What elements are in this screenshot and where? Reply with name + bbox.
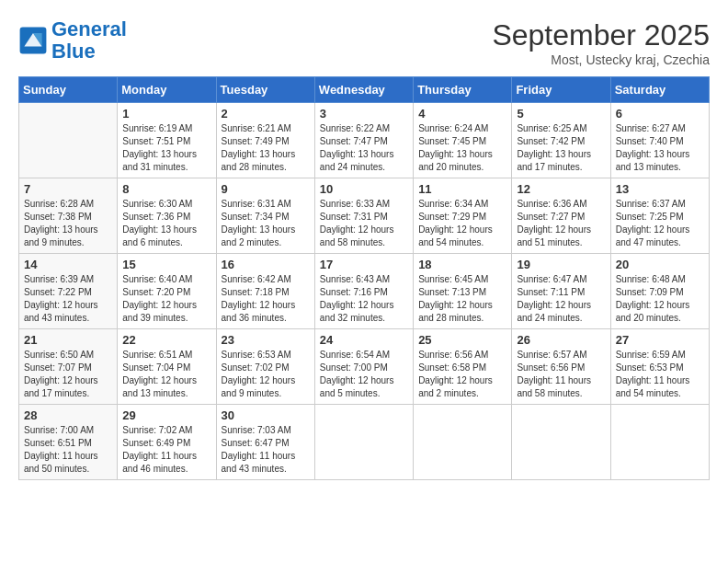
day-info: Sunrise: 6:59 AMSunset: 6:53 PMDaylight:… bbox=[616, 349, 704, 400]
day-number: 6 bbox=[616, 107, 704, 121]
logo-blue: Blue bbox=[51, 40, 96, 63]
day-number: 11 bbox=[418, 182, 506, 196]
calendar-cell bbox=[610, 405, 709, 480]
day-number: 16 bbox=[222, 258, 310, 271]
calendar-cell: 10Sunrise: 6:33 AMSunset: 7:31 PMDayligh… bbox=[314, 178, 413, 254]
day-info: Sunrise: 6:22 AMSunset: 7:47 PMDaylight:… bbox=[320, 122, 408, 174]
logo-general: General bbox=[51, 17, 127, 40]
week-row-1: 7Sunrise: 6:28 AMSunset: 7:38 PMDaylight… bbox=[19, 178, 710, 254]
calendar-cell: 19Sunrise: 6:47 AMSunset: 7:11 PMDayligh… bbox=[512, 254, 610, 329]
day-info: Sunrise: 6:19 AMSunset: 7:51 PMDaylight:… bbox=[122, 122, 210, 174]
day-info: Sunrise: 6:31 AMSunset: 7:34 PMDaylight:… bbox=[222, 198, 310, 249]
calendar-cell: 8Sunrise: 6:30 AMSunset: 7:36 PMDaylight… bbox=[118, 178, 216, 254]
calendar-cell: 3Sunrise: 6:22 AMSunset: 7:47 PMDaylight… bbox=[314, 103, 413, 178]
calendar-cell: 21Sunrise: 6:50 AMSunset: 7:07 PMDayligh… bbox=[19, 329, 118, 405]
day-number: 7 bbox=[24, 182, 112, 196]
day-info: Sunrise: 6:39 AMSunset: 7:22 PMDaylight:… bbox=[24, 273, 112, 325]
calendar-cell: 25Sunrise: 6:56 AMSunset: 6:58 PMDayligh… bbox=[414, 329, 512, 405]
day-number: 12 bbox=[517, 182, 605, 196]
day-number: 30 bbox=[222, 408, 310, 422]
calendar-cell: 29Sunrise: 7:02 AMSunset: 6:49 PMDayligh… bbox=[118, 405, 216, 480]
calendar-cell: 14Sunrise: 6:39 AMSunset: 7:22 PMDayligh… bbox=[19, 254, 118, 329]
week-row-2: 14Sunrise: 6:39 AMSunset: 7:22 PMDayligh… bbox=[19, 254, 710, 329]
location: Most, Ustecky kraj, Czechia bbox=[492, 52, 710, 67]
day-number: 4 bbox=[418, 107, 506, 121]
calendar-cell: 30Sunrise: 7:03 AMSunset: 6:47 PMDayligh… bbox=[216, 405, 314, 480]
calendar-cell: 27Sunrise: 6:59 AMSunset: 6:53 PMDayligh… bbox=[610, 329, 709, 405]
calendar-cell: 28Sunrise: 7:00 AMSunset: 6:51 PMDayligh… bbox=[19, 405, 118, 480]
day-number: 26 bbox=[517, 333, 605, 347]
day-info: Sunrise: 7:00 AMSunset: 6:51 PMDaylight:… bbox=[24, 424, 112, 476]
header-row: SundayMondayTuesdayWednesdayThursdayFrid… bbox=[19, 77, 710, 103]
logo: General Blue bbox=[18, 18, 127, 63]
logo-icon bbox=[18, 26, 48, 55]
header-thursday: Thursday bbox=[414, 77, 512, 103]
calendar-cell: 9Sunrise: 6:31 AMSunset: 7:34 PMDaylight… bbox=[216, 178, 314, 254]
calendar-cell: 16Sunrise: 6:42 AMSunset: 7:18 PMDayligh… bbox=[216, 254, 314, 329]
day-number: 3 bbox=[320, 107, 408, 121]
calendar-cell: 24Sunrise: 6:54 AMSunset: 7:00 PMDayligh… bbox=[314, 329, 413, 405]
day-info: Sunrise: 6:27 AMSunset: 7:40 PMDaylight:… bbox=[616, 122, 704, 174]
day-number: 14 bbox=[24, 258, 112, 271]
calendar-cell: 5Sunrise: 6:25 AMSunset: 7:42 PMDaylight… bbox=[512, 103, 610, 178]
day-info: Sunrise: 6:51 AMSunset: 7:04 PMDaylight:… bbox=[122, 349, 210, 400]
calendar-cell: 23Sunrise: 6:53 AMSunset: 7:02 PMDayligh… bbox=[216, 329, 314, 405]
day-info: Sunrise: 7:03 AMSunset: 6:47 PMDaylight:… bbox=[222, 424, 310, 476]
day-number: 28 bbox=[24, 408, 112, 422]
day-number: 18 bbox=[418, 258, 506, 271]
day-info: Sunrise: 6:53 AMSunset: 7:02 PMDaylight:… bbox=[222, 349, 310, 400]
calendar-cell: 6Sunrise: 6:27 AMSunset: 7:40 PMDaylight… bbox=[610, 103, 709, 178]
day-number: 22 bbox=[122, 333, 210, 347]
day-number: 15 bbox=[122, 258, 210, 271]
calendar-cell: 22Sunrise: 6:51 AMSunset: 7:04 PMDayligh… bbox=[118, 329, 216, 405]
day-number: 23 bbox=[222, 333, 310, 347]
day-info: Sunrise: 6:21 AMSunset: 7:49 PMDaylight:… bbox=[222, 122, 310, 174]
title-block: September 2025 Most, Ustecky kraj, Czech… bbox=[492, 18, 710, 67]
day-info: Sunrise: 6:57 AMSunset: 6:56 PMDaylight:… bbox=[517, 349, 605, 400]
calendar-table: SundayMondayTuesdayWednesdayThursdayFrid… bbox=[18, 76, 710, 480]
calendar-cell: 2Sunrise: 6:21 AMSunset: 7:49 PMDaylight… bbox=[216, 103, 314, 178]
calendar-cell: 11Sunrise: 6:34 AMSunset: 7:29 PMDayligh… bbox=[414, 178, 512, 254]
day-info: Sunrise: 6:24 AMSunset: 7:45 PMDaylight:… bbox=[418, 122, 506, 174]
day-info: Sunrise: 6:43 AMSunset: 7:16 PMDaylight:… bbox=[320, 273, 408, 325]
day-number: 21 bbox=[24, 333, 112, 347]
day-number: 19 bbox=[517, 258, 605, 271]
day-info: Sunrise: 6:42 AMSunset: 7:18 PMDaylight:… bbox=[222, 273, 310, 325]
day-info: Sunrise: 6:48 AMSunset: 7:09 PMDaylight:… bbox=[616, 273, 704, 325]
day-number: 13 bbox=[616, 182, 704, 196]
day-info: Sunrise: 6:50 AMSunset: 7:07 PMDaylight:… bbox=[24, 349, 112, 400]
header-tuesday: Tuesday bbox=[216, 77, 314, 103]
calendar-cell: 12Sunrise: 6:36 AMSunset: 7:27 PMDayligh… bbox=[512, 178, 610, 254]
day-info: Sunrise: 6:34 AMSunset: 7:29 PMDaylight:… bbox=[418, 198, 506, 249]
header-saturday: Saturday bbox=[610, 77, 709, 103]
day-number: 8 bbox=[122, 182, 210, 196]
month-title: September 2025 bbox=[492, 18, 710, 52]
week-row-0: 1Sunrise: 6:19 AMSunset: 7:51 PMDaylight… bbox=[19, 103, 710, 178]
logo-text: General Blue bbox=[51, 18, 127, 63]
calendar-cell: 13Sunrise: 6:37 AMSunset: 7:25 PMDayligh… bbox=[610, 178, 709, 254]
header-wednesday: Wednesday bbox=[314, 77, 413, 103]
day-info: Sunrise: 6:28 AMSunset: 7:38 PMDaylight:… bbox=[24, 198, 112, 249]
day-info: Sunrise: 6:56 AMSunset: 6:58 PMDaylight:… bbox=[418, 349, 506, 400]
day-number: 1 bbox=[122, 107, 210, 121]
day-info: Sunrise: 6:47 AMSunset: 7:11 PMDaylight:… bbox=[517, 273, 605, 325]
week-row-4: 28Sunrise: 7:00 AMSunset: 6:51 PMDayligh… bbox=[19, 405, 710, 480]
day-number: 20 bbox=[616, 258, 704, 271]
calendar-cell: 7Sunrise: 6:28 AMSunset: 7:38 PMDaylight… bbox=[19, 178, 118, 254]
calendar-cell: 17Sunrise: 6:43 AMSunset: 7:16 PMDayligh… bbox=[314, 254, 413, 329]
calendar-cell bbox=[414, 405, 512, 480]
header-sunday: Sunday bbox=[19, 77, 118, 103]
day-info: Sunrise: 6:25 AMSunset: 7:42 PMDaylight:… bbox=[517, 122, 605, 174]
day-info: Sunrise: 6:36 AMSunset: 7:27 PMDaylight:… bbox=[517, 198, 605, 249]
calendar-cell: 4Sunrise: 6:24 AMSunset: 7:45 PMDaylight… bbox=[414, 103, 512, 178]
header-friday: Friday bbox=[512, 77, 610, 103]
calendar-cell bbox=[314, 405, 413, 480]
calendar-cell: 20Sunrise: 6:48 AMSunset: 7:09 PMDayligh… bbox=[610, 254, 709, 329]
day-info: Sunrise: 6:45 AMSunset: 7:13 PMDaylight:… bbox=[418, 273, 506, 325]
calendar-cell: 18Sunrise: 6:45 AMSunset: 7:13 PMDayligh… bbox=[414, 254, 512, 329]
day-info: Sunrise: 6:40 AMSunset: 7:20 PMDaylight:… bbox=[122, 273, 210, 325]
calendar-cell: 1Sunrise: 6:19 AMSunset: 7:51 PMDaylight… bbox=[118, 103, 216, 178]
calendar-cell bbox=[512, 405, 610, 480]
day-info: Sunrise: 7:02 AMSunset: 6:49 PMDaylight:… bbox=[122, 424, 210, 476]
day-info: Sunrise: 6:30 AMSunset: 7:36 PMDaylight:… bbox=[122, 198, 210, 249]
